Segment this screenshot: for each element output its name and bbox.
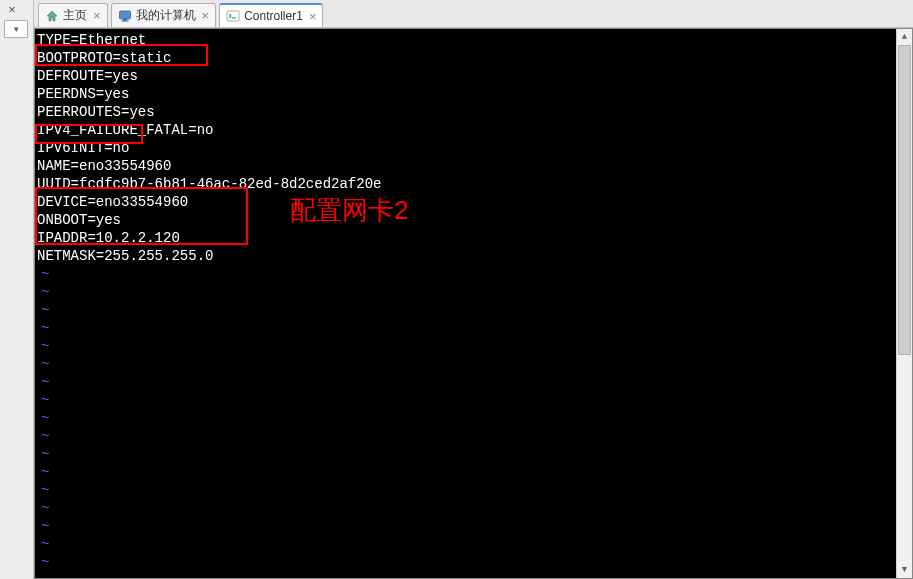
tab-my-computer[interactable]: 我的计算机 × [111, 3, 217, 27]
scroll-up-arrow-icon[interactable]: ▲ [897, 29, 912, 45]
main-panel: 主页 × 我的计算机 × Controller1 × TYPE=Ethernet… [34, 0, 913, 579]
tab-label: Controller1 [244, 9, 303, 23]
terminal-content: TYPE=EthernetBOOTPROTO=staticDEFROUTE=ye… [37, 31, 912, 571]
terminal-line: NAME=eno33554960 [37, 157, 912, 175]
terminal-line: UUID=fcdfc9b7-6b81-46ac-82ed-8d2ced2af20… [37, 175, 912, 193]
terminal-line: ONBOOT=yes [37, 211, 912, 229]
tab-label: 主页 [63, 7, 87, 24]
tab-close-icon[interactable]: × [309, 9, 317, 24]
terminal-line: BOOTPROTO=static [37, 49, 912, 67]
terminal-tilde-line: ~ [37, 535, 912, 553]
tab-close-icon[interactable]: × [202, 8, 210, 23]
panel-close-button[interactable]: × [4, 2, 20, 18]
vertical-scrollbar[interactable]: ▲ ▼ [896, 29, 912, 578]
terminal-tilde-line: ~ [37, 283, 912, 301]
svg-rect-3 [227, 11, 239, 21]
terminal-line: IPV4_FAILURE_FATAL=no [37, 121, 912, 139]
terminal-line: DEFROUTE=yes [37, 67, 912, 85]
tab-label: 我的计算机 [136, 7, 196, 24]
terminal-tilde-line: ~ [37, 409, 912, 427]
terminal-icon [226, 9, 240, 23]
monitor-icon [118, 9, 132, 23]
home-icon [45, 9, 59, 23]
svg-rect-2 [121, 20, 128, 21]
scrollbar-thumb[interactable] [898, 45, 911, 355]
terminal-tilde-line: ~ [37, 355, 912, 373]
terminal-tilde-line: ~ [37, 499, 912, 517]
terminal-line: PEERROUTES=yes [37, 103, 912, 121]
terminal-tilde-line: ~ [37, 391, 912, 409]
terminal-tilde-line: ~ [37, 301, 912, 319]
terminal-view[interactable]: TYPE=EthernetBOOTPROTO=staticDEFROUTE=ye… [34, 28, 913, 579]
svg-rect-1 [123, 19, 127, 21]
terminal-line: NETMASK=255.255.255.0 [37, 247, 912, 265]
terminal-tilde-line: ~ [37, 481, 912, 499]
left-sidebar: × ▾ [0, 0, 34, 579]
terminal-tilde-line: ~ [37, 463, 912, 481]
terminal-tilde-line: ~ [37, 445, 912, 463]
tab-bar: 主页 × 我的计算机 × Controller1 × [34, 0, 913, 28]
terminal-tilde-line: ~ [37, 337, 912, 355]
annotation-label: 配置网卡2 [290, 201, 408, 219]
tab-home[interactable]: 主页 × [38, 3, 108, 27]
terminal-tilde-line: ~ [37, 373, 912, 391]
svg-rect-0 [119, 11, 130, 19]
terminal-tilde-line: ~ [37, 427, 912, 445]
terminal-tilde-line: ~ [37, 265, 912, 283]
terminal-line: TYPE=Ethernet [37, 31, 912, 49]
scrollbar-track[interactable] [898, 45, 911, 562]
tab-close-icon[interactable]: × [93, 8, 101, 23]
terminal-tilde-line: ~ [37, 319, 912, 337]
terminal-line: DEVICE=eno33554960 [37, 193, 912, 211]
scroll-down-arrow-icon[interactable]: ▼ [897, 562, 912, 578]
terminal-tilde-line: ~ [37, 553, 912, 571]
terminal-line: IPADDR=10.2.2.120 [37, 229, 912, 247]
terminal-line: IPV6INIT=no [37, 139, 912, 157]
panel-dropdown-button[interactable]: ▾ [4, 20, 28, 38]
terminal-line: PEERDNS=yes [37, 85, 912, 103]
tab-controller1[interactable]: Controller1 × [219, 3, 323, 27]
terminal-tilde-line: ~ [37, 517, 912, 535]
